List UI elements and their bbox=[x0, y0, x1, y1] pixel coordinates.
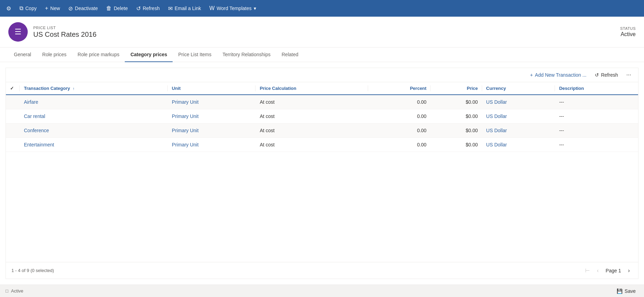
price-calculation-column[interactable]: Price Calculation bbox=[255, 82, 368, 95]
row-description: --- bbox=[555, 109, 638, 124]
more-icon: ⋯ bbox=[626, 72, 631, 78]
pagination: 1 - 4 of 9 (0 selected) ⊢ ‹ Page 1 › bbox=[6, 262, 638, 279]
row-price: $0.00 bbox=[430, 124, 482, 138]
status-bar-right: 💾 Save bbox=[614, 287, 638, 295]
currency-column[interactable]: Currency bbox=[482, 82, 555, 95]
settings-icon: ⚙ bbox=[6, 5, 11, 12]
row-unit[interactable]: Primary Unit bbox=[168, 124, 256, 138]
delete-label: Delete bbox=[114, 6, 128, 11]
select-all-column[interactable]: ✓ bbox=[6, 82, 20, 95]
category-prices-table: ✓ Transaction Category ↑ Unit Price Calc… bbox=[6, 82, 638, 152]
copy-button[interactable]: ⧉ Copy bbox=[16, 3, 40, 14]
table-row[interactable]: Entertainment Primary Unit At cost 0.00 … bbox=[6, 138, 638, 152]
tab-general[interactable]: General bbox=[8, 48, 37, 62]
table-body: Airfare Primary Unit At cost 0.00 $0.00 … bbox=[6, 95, 638, 152]
row-unit[interactable]: Primary Unit bbox=[168, 138, 256, 152]
row-check[interactable] bbox=[6, 124, 20, 138]
row-currency[interactable]: US Dollar bbox=[482, 138, 555, 152]
copy-icon: ⧉ bbox=[19, 5, 23, 11]
new-icon: + bbox=[45, 5, 48, 11]
row-unit[interactable]: Primary Unit bbox=[168, 109, 256, 124]
grid-toolbar: + Add New Transaction ... ↺ Refresh ⋯ bbox=[6, 68, 638, 82]
settings-button[interactable]: ⚙ bbox=[3, 3, 15, 14]
email-label: Email a Link bbox=[175, 6, 201, 11]
pagination-controls: ⊢ ‹ Page 1 › bbox=[582, 266, 633, 275]
refresh-icon: ↺ bbox=[136, 5, 141, 12]
avatar: ☰ bbox=[8, 22, 28, 42]
row-price: $0.00 bbox=[430, 95, 482, 109]
grid-refresh-label: Refresh bbox=[601, 72, 618, 78]
table-row[interactable]: Car rental Primary Unit At cost 0.00 $0.… bbox=[6, 109, 638, 124]
save-icon: 💾 bbox=[617, 288, 623, 294]
tab-related[interactable]: Related bbox=[276, 48, 304, 62]
nav-tabs: General Role prices Role price markups C… bbox=[0, 48, 644, 62]
row-price: $0.00 bbox=[430, 138, 482, 152]
refresh-label: Refresh bbox=[143, 6, 160, 11]
row-category[interactable]: Entertainment bbox=[20, 138, 168, 152]
first-page-button[interactable]: ⊢ bbox=[582, 266, 593, 275]
deactivate-label: Deactivate bbox=[75, 6, 98, 11]
word-icon: W bbox=[209, 5, 215, 11]
dropdown-icon: ▾ bbox=[254, 6, 256, 11]
row-price-calculation: At cost bbox=[255, 109, 368, 124]
main-content: ☰ PRICE LIST US Cost Rates 2016 Status A… bbox=[0, 17, 644, 285]
row-price-calculation: At cost bbox=[255, 95, 368, 109]
row-check[interactable] bbox=[6, 95, 20, 109]
deactivate-button[interactable]: ⊘ Deactivate bbox=[65, 3, 101, 14]
row-percent: 0.00 bbox=[368, 124, 430, 138]
row-currency[interactable]: US Dollar bbox=[482, 109, 555, 124]
tab-role-price-markups[interactable]: Role price markups bbox=[72, 48, 125, 62]
grid-more-button[interactable]: ⋯ bbox=[624, 71, 634, 79]
status-bar-text: Active bbox=[11, 288, 23, 294]
row-percent: 0.00 bbox=[368, 109, 430, 124]
description-column[interactable]: Description bbox=[555, 82, 638, 95]
email-icon: ✉ bbox=[168, 5, 173, 12]
row-unit[interactable]: Primary Unit bbox=[168, 95, 256, 109]
table-row[interactable]: Conference Primary Unit At cost 0.00 $0.… bbox=[6, 124, 638, 138]
row-check[interactable] bbox=[6, 109, 20, 124]
row-category[interactable]: Airfare bbox=[20, 95, 168, 109]
record-header: ☰ PRICE LIST US Cost Rates 2016 Status A… bbox=[0, 17, 644, 48]
row-price-calculation: At cost bbox=[255, 138, 368, 152]
refresh-button[interactable]: ↺ Refresh bbox=[133, 3, 163, 14]
add-label: Add New Transaction ... bbox=[535, 72, 586, 78]
tab-role-prices[interactable]: Role prices bbox=[37, 48, 72, 62]
row-description: --- bbox=[555, 95, 638, 109]
unit-column[interactable]: Unit bbox=[168, 82, 256, 95]
price-column[interactable]: Price bbox=[430, 82, 482, 95]
table-header-row: ✓ Transaction Category ↑ Unit Price Calc… bbox=[6, 82, 638, 95]
tab-price-list-items[interactable]: Price List Items bbox=[173, 48, 217, 62]
new-button[interactable]: + New bbox=[42, 3, 63, 14]
record-status-section: Status Active bbox=[620, 26, 636, 37]
row-check[interactable] bbox=[6, 138, 20, 152]
grid-refresh-button[interactable]: ↺ Refresh bbox=[592, 71, 621, 79]
delete-button[interactable]: 🗑 Delete bbox=[103, 3, 131, 14]
data-table: ✓ Transaction Category ↑ Unit Price Calc… bbox=[6, 82, 638, 262]
status-value: Active bbox=[620, 31, 636, 37]
email-link-button[interactable]: ✉ Email a Link bbox=[165, 3, 204, 14]
add-new-transaction-button[interactable]: + Add New Transaction ... bbox=[527, 71, 589, 79]
record-info: PRICE LIST US Cost Rates 2016 bbox=[33, 26, 620, 39]
transaction-category-column[interactable]: Transaction Category ↑ bbox=[20, 82, 168, 95]
row-currency[interactable]: US Dollar bbox=[482, 95, 555, 109]
tab-territory-relationships[interactable]: Territory Relationships bbox=[217, 48, 276, 62]
tab-category-prices[interactable]: Category prices bbox=[125, 48, 173, 62]
word-templates-button[interactable]: W Word Templates ▾ bbox=[206, 3, 260, 14]
save-label: Save bbox=[625, 288, 636, 294]
prev-page-button[interactable]: ‹ bbox=[594, 266, 601, 275]
percent-column[interactable]: Percent bbox=[368, 82, 430, 95]
word-label: Word Templates bbox=[217, 6, 252, 11]
status-bar-icon: □ bbox=[6, 288, 8, 294]
new-label: New bbox=[50, 6, 60, 11]
row-currency[interactable]: US Dollar bbox=[482, 124, 555, 138]
row-category[interactable]: Car rental bbox=[20, 109, 168, 124]
pagination-info: 1 - 4 of 9 (0 selected) bbox=[11, 268, 54, 273]
record-name: US Cost Rates 2016 bbox=[33, 31, 620, 39]
next-page-button[interactable]: › bbox=[625, 266, 633, 275]
status-label: Status bbox=[620, 26, 636, 31]
save-button[interactable]: 💾 Save bbox=[614, 287, 638, 295]
delete-icon: 🗑 bbox=[106, 5, 112, 11]
row-category[interactable]: Conference bbox=[20, 124, 168, 138]
toolbar: ⚙ ⧉ Copy + New ⊘ Deactivate 🗑 Delete ↺ R… bbox=[0, 0, 644, 17]
table-row[interactable]: Airfare Primary Unit At cost 0.00 $0.00 … bbox=[6, 95, 638, 109]
